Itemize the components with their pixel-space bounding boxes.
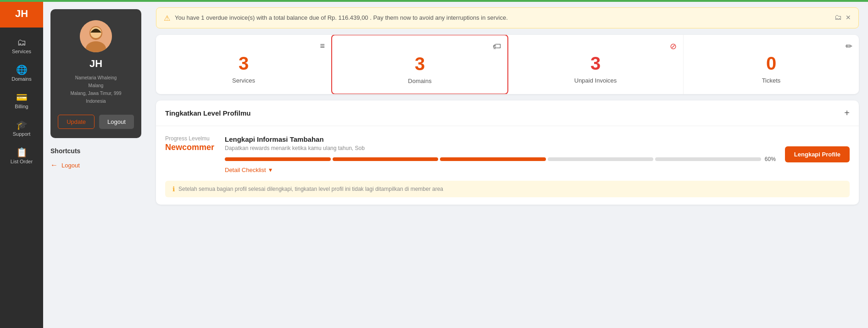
services-icon: 🗂 [17,38,26,47]
alert-close-icon[interactable]: ✕ [846,14,851,21]
progress-pct: 60% [765,156,776,162]
profile-info-right: Lengkapi Informasi Tambahan Dapatkan rew… [225,135,776,173]
shortcuts-title: Shortcuts [50,147,141,155]
sidebar-logo[interactable]: JH [0,0,43,28]
progress-seg-3 [440,157,546,161]
update-button[interactable]: Update [58,115,95,129]
domains-stat-number: 3 [415,54,425,74]
sidebar-label-services: Services [12,49,31,54]
progress-bar-row: 60% [225,156,776,162]
support-icon: 🎓 [16,120,28,129]
services-stat-icon: ≡ [320,41,325,51]
tickets-stat-label: Tickets [762,77,781,84]
domains-stat-icon: 🏷 [493,42,501,51]
sidebar-item-billing[interactable]: 💳 Billing [0,87,43,115]
left-panel: JH Nametaria Whaleing Malang Malang, Jaw… [43,0,149,328]
chevron-down-icon: ▾ [269,166,272,173]
info-note-text: Setelah semua bagian profil selesai dile… [178,186,443,192]
tickets-stat-number: 0 [766,53,776,73]
domains-icon: 🌐 [16,65,28,74]
progress-level-label: Progress Levelmu [165,135,216,142]
avatar [80,20,112,52]
profile-name: JH [89,58,102,70]
brand-logo-text: JH [15,8,28,20]
progress-seg-4 [548,157,654,161]
stat-card-services[interactable]: ≡ 3 Services [156,35,332,94]
profile-section-title: Tingkatkan Level Profilmu [165,109,250,117]
stat-card-tickets[interactable]: ✏ 0 Tickets [684,35,859,94]
sidebar-item-listorder[interactable]: 📋 List Order [0,142,43,170]
alert-text: You have 1 overdue invoice(s) with a tot… [175,13,826,22]
sidebar-item-services[interactable]: 🗂 Services [0,32,43,60]
top-progress-bar [0,0,868,2]
profile-info: Nametaria Whaleing Malang Malang, Jawa T… [70,74,121,106]
stat-card-domains[interactable]: 🏷 3 Domains [331,35,508,94]
main-content: JH Nametaria Whaleing Malang Malang, Jaw… [43,0,868,328]
level-name: Newcommer [165,143,216,152]
detail-checklist-label: Detail Checklist [225,167,266,173]
profile-info-title: Lengkapi Informasi Tambahan [225,135,776,143]
profile-level-section: Tingkatkan Level Profilmu + Progress Lev… [156,100,859,205]
unpaid-stat-number: 3 [590,53,601,73]
profile-info-line-4: Indonesia [70,98,121,105]
alert-warning-icon: ⚠ [164,14,170,22]
profile-section-header: Tingkatkan Level Profilmu + [156,100,859,126]
shortcut-logout-label: Logout [61,162,80,169]
shortcuts-section: Shortcuts ← Logout [50,147,141,171]
profile-info-line-1: Nametaria Whaleing [70,74,121,82]
sidebar-label-listorder: List Order [11,159,33,164]
services-stat-label: Services [232,77,255,84]
logout-arrow-icon: ← [50,161,58,169]
sidebar-item-domains[interactable]: 🌐 Domains [0,60,43,87]
profile-card: JH Nametaria Whaleing Malang Malang, Jaw… [50,9,141,138]
progress-bar-container [225,157,761,161]
sidebar-item-support[interactable]: 🎓 Support [0,115,43,142]
unpaid-stat-icon: ⊘ [670,41,677,51]
sidebar-label-support: Support [13,131,31,137]
expand-icon[interactable]: + [844,108,850,118]
alert-actions: 🗂 ✕ [835,13,851,22]
progress-seg-5 [655,157,761,161]
alert-banner: ⚠ You have 1 overdue invoice(s) with a t… [156,7,859,28]
complete-profile-button[interactable]: Lengkapi Profile [785,146,850,162]
profile-info-note: ℹ Setelah semua bagian profil selesai di… [165,181,850,197]
sidebar-label-domains: Domains [11,76,31,82]
stat-card-unpaid[interactable]: ⊘ 3 Unpaid Invoices [508,35,684,94]
tickets-stat-icon: ✏ [846,41,852,51]
sidebar: JH 🗂 Services 🌐 Domains 💳 Billing 🎓 Supp… [0,0,43,328]
stats-row: ≡ 3 Services 🏷 3 Domains ⊘ 3 Unpaid Invo… [156,35,859,94]
progress-seg-1 [225,157,331,161]
profile-section-body: Progress Levelmu Newcommer Lengkapi Info… [156,126,859,181]
services-stat-number: 3 [239,53,249,73]
sidebar-label-billing: Billing [15,104,28,109]
detail-checklist[interactable]: Detail Checklist ▾ [225,166,776,173]
profile-actions: Update Logout [58,115,134,129]
profile-info-line-3: Malang, Jawa Timur, 999 [70,90,121,97]
logout-profile-button[interactable]: Logout [99,115,134,129]
listorder-icon: 📋 [16,148,28,157]
progress-level-info: Progress Levelmu Newcommer [165,135,216,152]
domains-stat-label: Domains [408,78,431,84]
unpaid-stat-label: Unpaid Invoices [574,77,617,84]
progress-seg-2 [333,157,439,161]
shortcut-logout[interactable]: ← Logout [50,159,141,171]
content-area: ⚠ You have 1 overdue invoice(s) with a t… [149,0,868,328]
billing-icon: 💳 [16,93,28,102]
profile-info-line-2: Malang [70,82,121,89]
profile-info-desc: Dapatkan rewards menarik ketika kamu ula… [225,145,776,151]
info-note-icon: ℹ [172,185,175,193]
alert-folder-icon[interactable]: 🗂 [835,13,842,22]
